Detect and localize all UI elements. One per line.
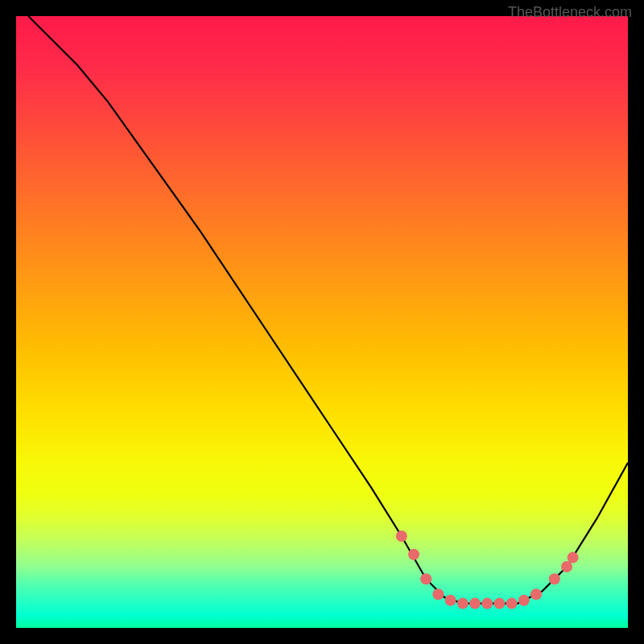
watermark-text: TheBottleneck.com: [508, 4, 632, 21]
data-point: [568, 552, 579, 564]
data-point: [493, 598, 505, 609]
data-point: [561, 561, 572, 572]
bottleneck-curve: [28, 16, 628, 604]
data-point: [445, 595, 456, 606]
data-point: [530, 588, 542, 600]
curve-svg: [16, 16, 628, 628]
data-point: [396, 530, 407, 542]
data-point: [457, 598, 469, 609]
data-point: [518, 595, 530, 606]
data-point: [549, 573, 560, 584]
data-point: [506, 598, 518, 609]
curve-dots: [396, 530, 579, 609]
data-point: [408, 549, 419, 560]
plot-area: [16, 16, 628, 628]
data-point: [469, 598, 481, 609]
data-point: [481, 598, 493, 609]
data-point: [432, 588, 444, 600]
data-point: [420, 573, 431, 584]
